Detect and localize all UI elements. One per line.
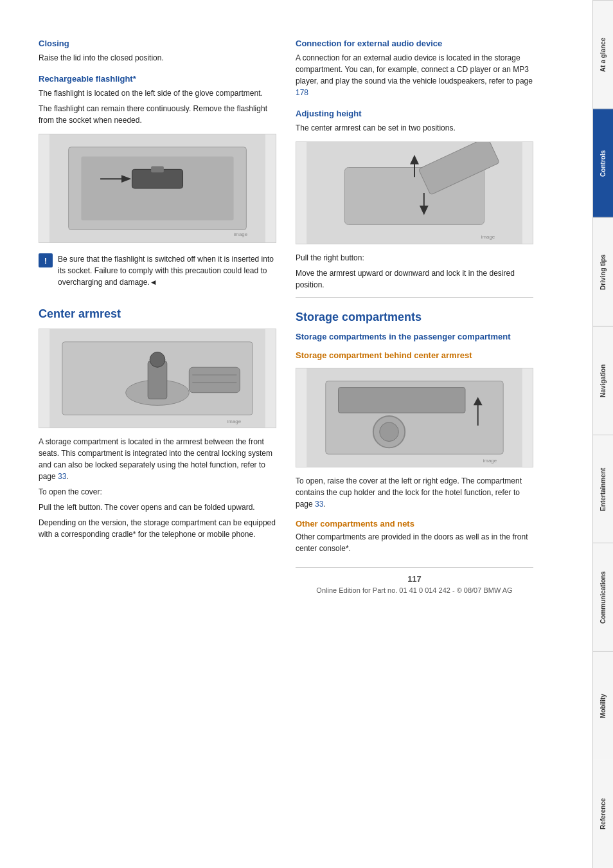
left-column: Closing Raise the lid into the closed po… [39,39,276,842]
svg-text:image: image [234,231,248,237]
other-compartments-heading: Other compartments and nets [296,519,533,529]
link-page-33-behind[interactable]: 33 [315,500,323,509]
closing-text: Raise the lid into the closed position. [39,52,276,64]
rechargeable-flashlight-heading: Rechargeable flashlight* [39,74,276,84]
other-compartments-text: Other compartments are provided in the d… [296,531,533,554]
adjusting-height-text: The center armrest can be set in two pos… [296,122,533,134]
right-column: Connection for external audio device A c… [296,39,533,842]
footer-text: Online Edition for Part no. 01 41 0 014 … [316,586,512,594]
center-armrest-heading: Center armrest [39,307,276,321]
page-number: 117 [296,574,533,584]
armrest-para-1: A storage compartment is located in the … [39,436,276,482]
connection-audio-text: A connection for an external audio devic… [296,52,533,98]
link-page-33-armrest[interactable]: 33 [58,472,66,481]
pull-right-button-desc: Move the armrest upward or downward and … [296,267,533,291]
closing-heading: Closing [39,39,276,48]
divider [296,297,533,298]
storage-compartments-major-heading: Storage compartments [296,311,533,324]
svg-point-11 [150,352,165,368]
adjusting-height-heading: Adjusting height [296,109,533,118]
svg-text:image: image [481,234,495,240]
warning-box: ! Be sure that the flashlight is switche… [39,251,276,294]
sidebar-tab-controls[interactable]: Controls [593,109,613,217]
link-page-178[interactable]: 178 [296,88,308,97]
svg-rect-26 [339,388,465,413]
flashlight-para-1: The flashlight is located on the left si… [39,87,276,99]
sidebar-tab-at-a-glance[interactable]: At a glance [593,0,613,109]
svg-text:image: image [227,419,242,424]
svg-text:image: image [483,458,497,464]
sidebar-tab-entertainment[interactable]: Entertainment [593,435,613,543]
main-content: Closing Raise the lid into the closed po… [0,0,592,868]
sidebar-tab-communications[interactable]: Communications [593,543,613,651]
behind-center-text: To open, raise the cover at the left or … [296,475,533,510]
sidebar-tab-mobility[interactable]: Mobility [593,651,613,760]
behind-center-heading: Storage compartment behind center armres… [296,350,533,360]
svg-rect-4 [151,166,164,172]
storage-passenger-heading: Storage compartments in the passenger co… [296,332,533,341]
page-footer: 117 Online Edition for Part no. 01 41 0 … [296,567,533,601]
warning-text: Be sure that the flashlight is switched … [58,253,276,288]
svg-point-28 [380,422,399,442]
center-armrest-image: image [39,329,276,428]
flashlight-para-2: The flashlight can remain there continuo… [39,103,276,126]
armrest-depending: Depending on the version, the storage co… [39,517,276,540]
armrest-to-open: To open the cover: [39,486,276,498]
armrest-pull-btn: Pull the left button. The cover opens an… [39,502,276,513]
warning-icon: ! [39,253,53,267]
page-wrapper: Closing Raise the lid into the closed po… [0,0,613,868]
behind-center-image: image [296,368,533,467]
sidebar: At a glance Controls Driving tips Naviga… [592,0,613,868]
sidebar-tab-driving-tips[interactable]: Driving tips [593,217,613,326]
pull-right-button-label: Pull the right button: [296,252,533,264]
adjusting-height-image: image [296,141,533,244]
sidebar-tab-reference[interactable]: Reference [593,760,613,868]
connection-audio-heading: Connection for external audio device [296,39,533,48]
flashlight-image: image [39,134,276,243]
svg-rect-12 [189,367,240,392]
sidebar-tab-navigation[interactable]: Navigation [593,326,613,435]
